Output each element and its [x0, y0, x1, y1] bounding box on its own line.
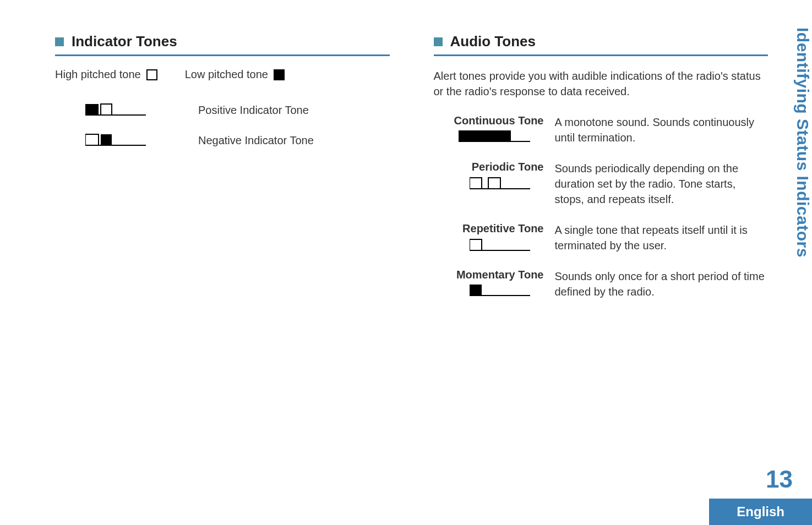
repetitive-tone-desc: A single tone that repeats itself until …	[555, 222, 769, 253]
periodic-tone-icon	[434, 177, 544, 190]
high-pitched-label: High pitched tone	[55, 68, 141, 81]
continuous-tone-left: Continuous Tone	[434, 114, 544, 145]
heading-bullet-icon	[434, 37, 443, 46]
negative-indicator-icon	[55, 133, 176, 146]
momentary-tone-name: Momentary Tone	[434, 269, 544, 281]
audio-tones-title: Audio Tones	[450, 33, 536, 50]
right-column: Audio Tones Alert tones provide you with…	[434, 33, 769, 315]
positive-indicator-label: Positive Indicator Tone	[198, 103, 309, 117]
positive-indicator-icon	[55, 103, 176, 116]
positive-indicator-row: Positive Indicator Tone	[55, 103, 390, 117]
indicator-tones-heading: Indicator Tones	[55, 33, 390, 56]
continuous-tone-row: Continuous Tone A monotone sound. Sounds…	[434, 114, 769, 145]
tone-legend: High pitched tone Low pitched tone	[55, 68, 390, 81]
repetitive-tone-icon	[434, 238, 544, 251]
low-pitched-legend: Low pitched tone	[185, 68, 285, 81]
svg-rect-11	[488, 178, 500, 189]
audio-tones-intro: Alert tones provide you with audible ind…	[434, 68, 769, 99]
page-number: 13	[709, 466, 812, 499]
footer: 13 English	[709, 466, 812, 525]
repetitive-tone-row: Repetitive Tone A single tone that repea…	[434, 222, 769, 253]
high-pitched-icon	[146, 69, 157, 80]
momentary-tone-icon	[434, 285, 544, 297]
page-content: Indicator Tones High pitched tone Low pi…	[0, 0, 812, 315]
momentary-tone-row: Momentary Tone Sounds only once for a sh…	[434, 269, 769, 299]
svg-rect-15	[470, 285, 482, 296]
negative-indicator-row: Negative Indicator Tone	[55, 133, 390, 147]
continuous-tone-icon	[434, 130, 544, 143]
svg-rect-5	[101, 134, 112, 145]
repetitive-tone-name: Repetitive Tone	[434, 222, 544, 235]
high-pitched-legend: High pitched tone	[55, 68, 157, 81]
indicator-tones-title: Indicator Tones	[72, 33, 177, 50]
low-pitched-label: Low pitched tone	[185, 68, 268, 81]
repetitive-tone-left: Repetitive Tone	[434, 222, 544, 253]
side-tab-title: Identifying Status Indicators	[793, 28, 812, 258]
svg-rect-4	[85, 134, 99, 145]
language-tab: English	[709, 499, 812, 525]
svg-rect-10	[470, 178, 482, 189]
negative-indicator-label: Negative Indicator Tone	[198, 133, 314, 147]
left-column: Indicator Tones High pitched tone Low pi…	[55, 33, 390, 315]
periodic-tone-name: Periodic Tone	[434, 161, 544, 173]
audio-tones-heading: Audio Tones	[434, 33, 769, 56]
periodic-tone-row: Periodic Tone Sounds periodically depend…	[434, 161, 769, 207]
periodic-tone-left: Periodic Tone	[434, 161, 544, 207]
periodic-tone-desc: Sounds periodically depending on the dur…	[555, 161, 769, 207]
svg-rect-1	[101, 104, 112, 115]
momentary-tone-desc: Sounds only once for a short period of t…	[555, 269, 769, 299]
svg-rect-0	[85, 104, 99, 115]
low-pitched-icon	[274, 69, 285, 80]
svg-rect-8	[459, 130, 511, 141]
continuous-tone-desc: A monotone sound. Sounds continuously un…	[555, 114, 769, 145]
svg-rect-13	[470, 239, 482, 250]
continuous-tone-name: Continuous Tone	[434, 114, 544, 127]
heading-bullet-icon	[55, 37, 64, 46]
momentary-tone-left: Momentary Tone	[434, 269, 544, 299]
